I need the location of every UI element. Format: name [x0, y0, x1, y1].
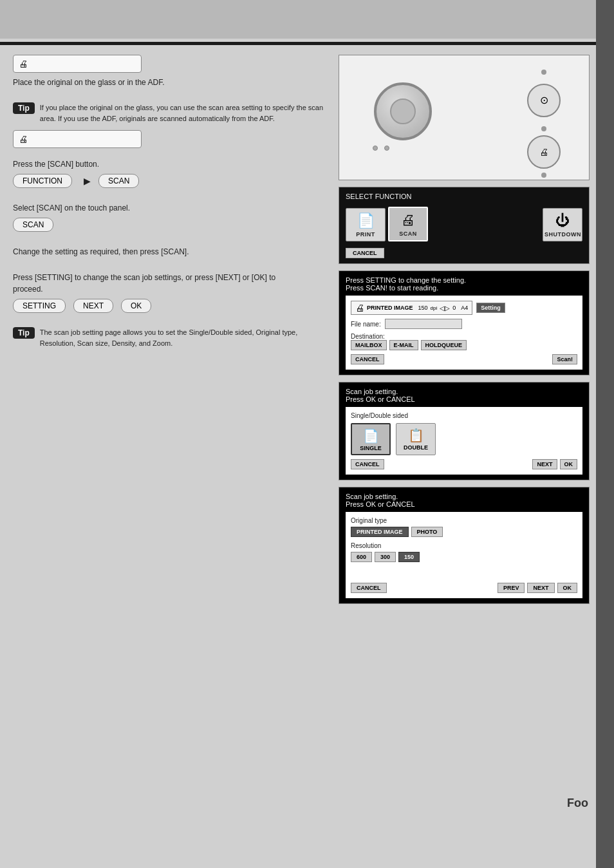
single-doc-icon: 📄: [353, 428, 388, 444]
setting-dark-button[interactable]: Setting: [476, 303, 505, 313]
filename-row: File name:: [351, 319, 577, 329]
dot-indicator-top: [541, 70, 546, 75]
scan-cancel-button[interactable]: CANCEL: [351, 354, 384, 364]
orig-cancel-button[interactable]: CANCEL: [351, 583, 387, 593]
filename-input[interactable]: [385, 319, 462, 329]
page-container: 🖨 Place the original on the glass or in …: [0, 0, 614, 868]
resolution-row: 600 300 150: [351, 552, 577, 562]
control-side-buttons: ⊙ 🖨 ⊛: [527, 70, 561, 181]
destination-row: MAILBOX E-MAIL HOLDQUEUE: [351, 340, 577, 350]
shutdown-icon: ⏻: [544, 212, 581, 229]
holdqueue-button[interactable]: HOLDQUEUE: [421, 340, 467, 350]
single-double-label: Single/Double sided: [351, 412, 577, 419]
printer-icon-1: 🖨: [19, 59, 28, 69]
scan-start-button[interactable]: Scan!: [552, 354, 577, 364]
scan-title-line1: Press SETTING to change the setting.: [346, 276, 582, 284]
scan-info-icon: 🖨: [355, 303, 364, 313]
scan-icon: 🖨: [391, 212, 425, 229]
scan-mode-icon[interactable]: 🖨 SCAN: [388, 207, 428, 241]
single-icon[interactable]: 📄 SINGLE: [351, 423, 391, 455]
scan-info-dpi: dpi: [431, 305, 438, 311]
step-2-block: Press the [SCAN] button. FUNCTION ▶ SCAN: [13, 158, 328, 188]
indicator-dot-right: [384, 146, 389, 151]
scan-info-row: 🖨 PRINTED IMAGE 150 dpi ◁▷ 0 A4 Setting: [351, 301, 577, 315]
double-label: DOUBLE: [404, 444, 428, 451]
orig-type-row: PRINTED IMAGE PHOTO: [351, 527, 577, 537]
scan-info-size: A4: [461, 305, 468, 311]
step-4-block: Change the setting as required, then pre…: [13, 246, 328, 258]
left-column: 🖨 Place the original on the glass or in …: [13, 55, 328, 604]
step-1-text: Place the original on the glass or in th…: [13, 77, 283, 88]
scan-title-line2: Press SCAN! to start reading.: [346, 284, 582, 292]
orig-panel-inner: Original type PRINTED IMAGE PHOTO Resolu…: [346, 512, 582, 598]
control-panel-image: ⊙ 🖨 ⊛: [339, 55, 590, 180]
ok-button-label: OK: [121, 299, 151, 313]
next-button-label: NEXT: [73, 299, 113, 313]
tip-2-row: Tip The scan job setting page allows you…: [13, 327, 328, 348]
job-bottom-row: CANCEL NEXT OK: [351, 459, 577, 469]
res-600-button[interactable]: 600: [351, 552, 372, 562]
job-cancel-button[interactable]: CANCEL: [351, 459, 384, 469]
scan-button-label: SCAN: [98, 174, 139, 188]
orig-bottom-row: CANCEL PREV NEXT OK: [351, 583, 577, 593]
job-ok-button[interactable]: OK: [560, 459, 578, 469]
res-150-button[interactable]: 150: [398, 552, 420, 562]
indicator-dot-left: [373, 146, 378, 151]
single-label: SINGLE: [360, 445, 382, 451]
scan-info-arrows: ◁▷: [440, 305, 450, 312]
print-mode-icon[interactable]: 📄 PRINT: [346, 208, 386, 241]
job-setting-panel-2: Scan job setting. Press OK or CANCEL Ori…: [339, 487, 590, 604]
large-round-button[interactable]: ⊙: [527, 84, 561, 117]
function-button-label: FUNCTION: [13, 174, 72, 188]
dial-center: [390, 99, 416, 124]
print-button[interactable]: 🖨: [527, 135, 561, 169]
job-panel-inner: Single/Double sided 📄 SINGLE 📋 DOUBLE CA…: [346, 407, 582, 475]
tip-1-row: Tip If you place the original on the gla…: [13, 102, 328, 124]
scan-info-type: PRINTED IMAGE: [367, 305, 413, 311]
email-button[interactable]: E-MAIL: [389, 340, 418, 350]
section-rule: [0, 42, 614, 45]
main-content: 🖨 Place the original on the glass or in …: [0, 48, 614, 610]
job-title-line2: Press OK or CANCEL: [346, 395, 582, 403]
resolution-label: Resolution: [351, 542, 577, 549]
job-title-line1: Scan job setting.: [346, 388, 582, 395]
lcd-box-2: 🖨: [13, 130, 142, 148]
printed-image-button[interactable]: PRINTED IMAGE: [351, 527, 409, 537]
mailbox-button[interactable]: MAILBOX: [351, 340, 387, 350]
job-icons-row: 📄 SINGLE 📋 DOUBLE: [351, 423, 577, 455]
lcd-box-1: 🖨: [13, 55, 142, 73]
step-3-block: Select [SCAN] on the touch panel. SCAN: [13, 202, 328, 232]
scan-settings-panel: Press SETTING to change the setting. Pre…: [339, 270, 590, 375]
double-icon[interactable]: 📋 DOUBLE: [396, 423, 436, 455]
scan-info-box: 🖨 PRINTED IMAGE 150 dpi ◁▷ 0 A4: [351, 301, 472, 315]
orig-ok-button[interactable]: OK: [557, 583, 578, 593]
shutdown-mode-icon[interactable]: ⏻ SHUTDOWN: [543, 208, 582, 241]
orig-prev-button[interactable]: PREV: [498, 583, 525, 593]
print-label: PRINT: [356, 231, 375, 238]
dot-indicator-mid2: [541, 173, 546, 178]
scan-bottom-row: CANCEL Scan!: [351, 354, 577, 364]
step-5-text: Press [SETTING] to change the scan job s…: [13, 272, 283, 295]
navigation-dial[interactable]: [374, 82, 432, 140]
printer-icon-2: 🖨: [19, 134, 28, 144]
tip-1-content: If you place the original on the glass, …: [40, 102, 328, 124]
print-icon: 📄: [348, 212, 384, 229]
orig-next-button[interactable]: NEXT: [527, 583, 554, 593]
photo-button[interactable]: PHOTO: [411, 527, 443, 537]
job-next-button[interactable]: NEXT: [532, 459, 557, 469]
scan-info-val: 0: [452, 305, 456, 311]
scan-panel-inner: 🖨 PRINTED IMAGE 150 dpi ◁▷ 0 A4 Setting …: [346, 296, 582, 370]
step-2-text: Press the [SCAN] button.: [13, 158, 283, 170]
step-3-text: Select [SCAN] on the touch panel.: [13, 202, 283, 214]
mode-cancel-button[interactable]: CANCEL: [346, 248, 384, 258]
res-300-button[interactable]: 300: [375, 552, 396, 562]
control-panel-inner: ⊙ 🖨 ⊛: [361, 63, 567, 173]
scan-info-res: 150: [418, 305, 428, 311]
select-function-panel: SELECT FUNCTION 📄 PRINT 🖨 SCAN ⏻ SHUTDOW…: [339, 187, 590, 264]
orig-title-line2: Press OK or CANCEL: [346, 500, 582, 508]
job-setting-panel-1: Scan job setting. Press OK or CANCEL Sin…: [339, 382, 590, 480]
arrow-icon: ▶: [84, 176, 91, 186]
top-bar: [0, 0, 614, 39]
right-column: ⊙ 🖨 ⊛: [339, 55, 590, 604]
orig-type-label: Original type: [351, 517, 577, 524]
